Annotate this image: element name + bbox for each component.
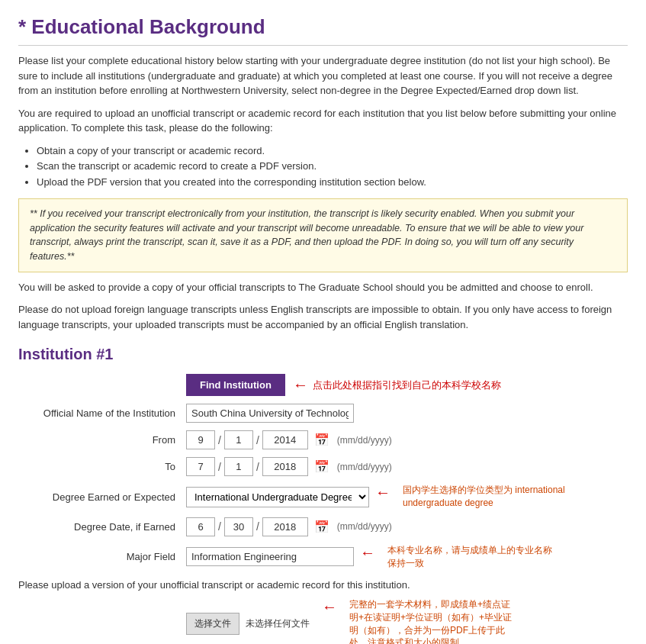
major-label: Major Field bbox=[18, 551, 186, 562]
degree-select[interactable]: International Undergraduate Degree bbox=[186, 487, 369, 507]
from-date-row: From / / 📅 (mm/dd/yyyy) bbox=[18, 430, 628, 449]
institution-form: Find Institution ← 点击此处根据指引找到自己的本科学校名称 O… bbox=[18, 374, 628, 569]
from-label: From bbox=[18, 434, 186, 446]
degree-date-row: Degree Date, if Earned / / 📅 (mm/dd/yyyy… bbox=[18, 517, 628, 536]
bullet-2: Scan the transcript or academic record t… bbox=[37, 159, 628, 175]
from-sep-2: / bbox=[256, 434, 259, 446]
to-date-group: / / 📅 (mm/dd/yyyy) bbox=[186, 457, 392, 476]
degree-annotation-container: ← 国内学生选择的学位类型为 international undergradua… bbox=[369, 484, 570, 510]
degree-date-format: (mm/dd/yyyy) bbox=[337, 521, 392, 532]
from-day-input[interactable] bbox=[224, 430, 253, 449]
from-date-group: / / 📅 (mm/dd/yyyy) bbox=[186, 430, 392, 449]
to-day-input[interactable] bbox=[224, 457, 253, 476]
major-input[interactable] bbox=[186, 547, 354, 566]
to-sep-1: / bbox=[218, 461, 221, 473]
intro-paragraph-1: Please list your complete educational hi… bbox=[18, 53, 628, 98]
from-calendar-icon[interactable]: 📅 bbox=[314, 433, 329, 447]
degree-year-input[interactable] bbox=[262, 517, 308, 536]
to-year-input[interactable] bbox=[262, 457, 308, 476]
degree-sep-2: / bbox=[256, 520, 259, 533]
from-date-format: (mm/dd/yyyy) bbox=[337, 435, 392, 446]
from-month-input[interactable] bbox=[186, 430, 215, 449]
arrow-icon: ← bbox=[293, 376, 308, 394]
official-name-row: Official Name of the Institution bbox=[18, 404, 628, 423]
degree-month-input[interactable] bbox=[186, 517, 215, 536]
warning-text: ** If you received your transcript elect… bbox=[30, 208, 583, 262]
upload-controls: 选择文件 未选择任何文件 ← 完整的一套学术材料，即成绩单+绩点证明+在读证明+… bbox=[186, 598, 517, 644]
upload-annotation-container: ← 完整的一套学术材料，即成绩单+绩点证明+在读证明+学位证明（如有）+毕业证明… bbox=[316, 598, 517, 644]
to-label: To bbox=[18, 461, 186, 472]
upload-arrow-icon: ← bbox=[322, 598, 337, 616]
from-year-input[interactable] bbox=[262, 430, 308, 449]
to-sep-2: / bbox=[256, 461, 259, 473]
to-calendar-icon[interactable]: 📅 bbox=[314, 459, 329, 474]
degree-day-input[interactable] bbox=[224, 517, 253, 536]
annotation-find-text: 点击此处根据指引找到自己的本科学校名称 bbox=[313, 378, 501, 392]
find-institution-row: Find Institution ← 点击此处根据指引找到自己的本科学校名称 bbox=[18, 374, 628, 396]
official-name-input[interactable] bbox=[186, 404, 354, 423]
post-warning-1: You will be asked to provide a copy of y… bbox=[18, 280, 628, 295]
warning-box: ** If you received your transcript elect… bbox=[18, 198, 628, 272]
upload-section: Please upload a version of your unoffici… bbox=[18, 578, 628, 644]
degree-arrow-icon: ← bbox=[375, 484, 390, 501]
post-warning-2: Please do not upload foreign language tr… bbox=[18, 302, 628, 332]
degree-date-group: / / 📅 (mm/dd/yyyy) bbox=[186, 517, 392, 536]
upload-text: Please upload a version of your unoffici… bbox=[18, 578, 628, 593]
degree-calendar-icon[interactable]: 📅 bbox=[314, 520, 329, 534]
degree-row: Degree Earned or Expected International … bbox=[18, 484, 628, 510]
instructions-list: Obtain a copy of your transcript or acad… bbox=[37, 143, 628, 191]
bullet-3: Upload the PDF version that you created … bbox=[37, 175, 628, 191]
bullet-1: Obtain a copy of your transcript or acad… bbox=[37, 143, 628, 159]
institution-heading: Institution #1 bbox=[18, 346, 628, 363]
page-title: * Educational Background bbox=[18, 15, 628, 46]
upload-annotation-text: 完整的一套学术材料，即成绩单+绩点证明+在读证明+学位证明（如有）+毕业证明（如… bbox=[349, 598, 517, 644]
to-month-input[interactable] bbox=[186, 457, 215, 476]
degree-annotation-text: 国内学生选择的学位类型为 international undergraduate… bbox=[403, 484, 570, 510]
major-annotation-text: 本科专业名称，请与成绩单上的专业名称保持一致 bbox=[387, 544, 555, 570]
annotation-find-institution: ← 点击此处根据指引找到自己的本科学校名称 bbox=[293, 376, 501, 394]
major-arrow-icon: ← bbox=[360, 544, 375, 562]
choose-file-button[interactable]: 选择文件 bbox=[186, 613, 239, 635]
from-sep-1: / bbox=[218, 434, 221, 446]
intro-paragraph-2: You are required to upload an unofficial… bbox=[18, 106, 628, 136]
degree-date-label: Degree Date, if Earned bbox=[18, 521, 186, 533]
to-date-row: To / / 📅 (mm/dd/yyyy) bbox=[18, 457, 628, 476]
official-name-label: Official Name of the Institution bbox=[18, 407, 186, 419]
degree-sep-1: / bbox=[218, 520, 221, 533]
major-row: Major Field ← 本科专业名称，请与成绩单上的专业名称保持一致 bbox=[18, 544, 628, 570]
degree-label: Degree Earned or Expected bbox=[18, 491, 186, 503]
find-institution-button[interactable]: Find Institution bbox=[186, 374, 285, 396]
major-annotation-container: ← 本科专业名称，请与成绩单上的专业名称保持一致 bbox=[354, 544, 555, 570]
file-upload-row: 选择文件 未选择任何文件 ← 完整的一套学术材料，即成绩单+绩点证明+在读证明+… bbox=[186, 598, 517, 644]
no-file-text: 未选择任何文件 bbox=[246, 617, 310, 630]
to-date-format: (mm/dd/yyyy) bbox=[337, 462, 392, 472]
